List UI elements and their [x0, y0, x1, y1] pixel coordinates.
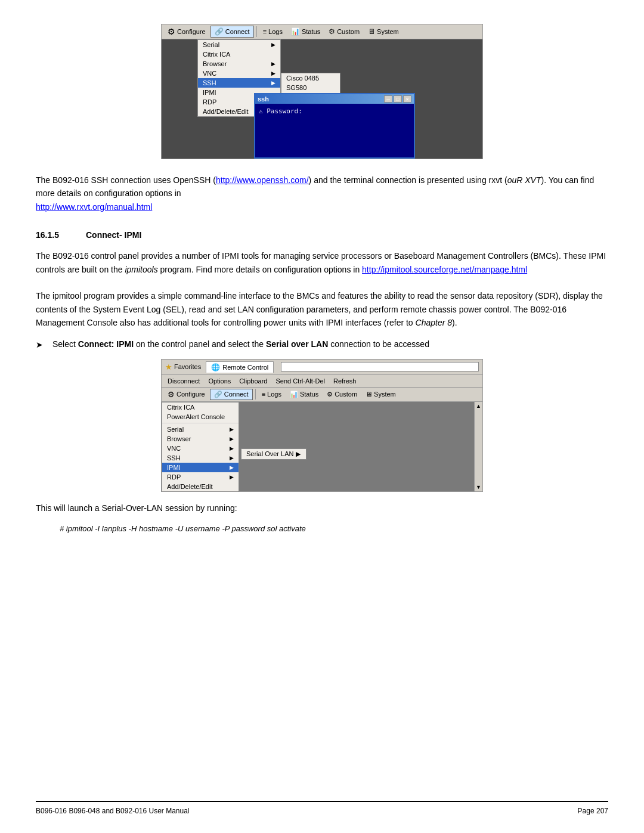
configure-icon: ⚙ — [168, 27, 175, 36]
screenshot-bottom-box: ★ Favorites 🌐 Remote Control Disconnect … — [161, 359, 483, 492]
screenshot-top: ⚙ Configure 🔗 Connect ≡ Logs 📊 Status — [36, 24, 608, 159]
options-button[interactable]: Options — [205, 376, 234, 386]
system-icon-2: 🖥 — [366, 391, 372, 398]
arrow-ipmi: ▶ — [230, 465, 234, 470]
menu-citrix-ica[interactable]: Citrix ICA — [198, 49, 280, 59]
footer: B096-016 B096-048 and B092-016 User Manu… — [36, 801, 608, 815]
favorites-label: Favorites — [174, 363, 201, 370]
submenu-sg580[interactable]: SG580 — [281, 83, 340, 92]
submenu-cisco[interactable]: Cisco 0485 — [281, 73, 340, 83]
ssh-titlebar: ssh ─ □ × — [255, 94, 414, 104]
ssh-password-prompt: ⚠ Password: — [259, 107, 302, 115]
status-icon-2: 📊 — [290, 391, 298, 398]
configure-icon-2: ⚙ — [168, 390, 175, 399]
arrow-serial: ▶ — [230, 426, 234, 432]
section-title: Connect- IPMI — [86, 230, 141, 240]
remote-control-tab[interactable]: 🌐 Remote Control — [206, 361, 274, 373]
status-button-2[interactable]: 📊 Status — [286, 389, 322, 400]
section-heading: 16.1.5 Connect- IPMI — [36, 230, 608, 240]
custom-icon-2: ⚙ — [327, 391, 333, 398]
rxvt-link[interactable]: http://www.rxvt.org/manual.html — [36, 202, 152, 212]
clipboard-button[interactable]: Clipboard — [236, 376, 271, 386]
menu2-rdp[interactable]: RDP ▶ — [162, 472, 239, 482]
menu2-citrix-ica[interactable]: Citrix ICA — [162, 402, 239, 412]
star-icon: ★ — [165, 363, 172, 371]
menu-vnc[interactable]: VNC ▶ — [198, 69, 280, 78]
section-number: 16.1.5 — [36, 230, 72, 240]
separator1 — [256, 26, 257, 37]
ssh-content-area: ⚠ Password: — [255, 104, 414, 157]
status-icon: 📊 — [291, 27, 300, 36]
menu2-serial[interactable]: Serial ▶ — [162, 425, 239, 434]
logs-icon-2: ≡ — [262, 391, 265, 398]
screenshot-bottom: ★ Favorites 🌐 Remote Control Disconnect … — [36, 359, 608, 492]
send-ctrl-alt-del-button[interactable]: Send Ctrl-Alt-Del — [272, 376, 329, 386]
menu2-ssh[interactable]: SSH ▶ — [162, 453, 239, 463]
restore-button[interactable]: □ — [394, 95, 402, 103]
screenshot-top-box: ⚙ Configure 🔗 Connect ≡ Logs 📊 Status — [161, 24, 483, 159]
arrow-rdp: ▶ — [230, 474, 234, 480]
system-button[interactable]: 🖥 System — [364, 26, 402, 37]
connect-icon: 🔗 — [215, 27, 224, 36]
remote-titlebar: ★ Favorites 🌐 Remote Control — [162, 360, 482, 375]
body-text-1: The B092-016 SSH connection uses OpenSSH… — [36, 174, 608, 213]
logs-icon: ≡ — [263, 28, 267, 35]
browser-icon: 🌐 — [211, 363, 220, 371]
scrollbar[interactable]: ▲ ▼ — [474, 402, 482, 491]
configure-button[interactable]: ⚙ Configure — [164, 26, 209, 38]
menu2-add-delete-edit[interactable]: Add/Delete/Edit — [162, 482, 239, 491]
openssh-link[interactable]: http://www.openssh.com/ — [216, 175, 309, 185]
footer-right: Page 207 — [578, 807, 608, 815]
submenu2-serial-over-lan[interactable]: Serial Over LAN ▶ — [242, 449, 306, 459]
custom-button[interactable]: ⚙ Custom — [325, 26, 363, 37]
toolbar2-nav: Disconnect Options Clipboard Send Ctrl-A… — [162, 375, 482, 388]
menu-serial[interactable]: Serial ▶ — [198, 40, 280, 49]
arrow-icon4: ▶ — [271, 80, 275, 86]
arrow-browser: ▶ — [230, 436, 234, 442]
disconnect-button[interactable]: Disconnect — [164, 376, 203, 386]
body-text-2: The B092-016 control panel provides a nu… — [36, 249, 608, 329]
remote-control-label: Remote Control — [222, 364, 268, 371]
menu2-poweralert[interactable]: PowerAlert Console — [162, 412, 239, 422]
bullet-item: ➤ Select Connect: IPMI on the control pa… — [36, 339, 608, 349]
arrow-ssh2: ▶ — [230, 455, 234, 461]
bullet-text: Select Connect: IPMI on the control pane… — [52, 339, 429, 349]
ipmi-link[interactable]: http://ipmitool.sourceforge.net/manpage.… — [362, 265, 527, 274]
status-button[interactable]: 📊 Status — [287, 26, 324, 37]
separator2 — [255, 389, 256, 400]
system-button-2[interactable]: 🖥 System — [362, 389, 400, 399]
toolbar2b: ⚙ Configure 🔗 Connect ≡ Logs 📊 Status — [162, 388, 482, 402]
configure-button-2[interactable]: ⚙ Configure — [164, 389, 209, 400]
menu2-ipmi[interactable]: IPMI ▶ — [162, 463, 239, 472]
arrow-icon3: ▶ — [271, 70, 275, 76]
footer-left: B096-016 B096-048 and B092-016 User Manu… — [36, 807, 190, 815]
custom-icon: ⚙ — [329, 27, 335, 36]
command-line: # ipmitool -I lanplus -H hostname -U use… — [60, 524, 608, 533]
custom-button-2[interactable]: ⚙ Custom — [323, 389, 361, 400]
menu-ssh[interactable]: SSH ▶ — [198, 78, 280, 88]
menu2-vnc[interactable]: VNC ▶ — [162, 444, 239, 453]
arrow-icon: ▶ — [271, 42, 275, 48]
minimize-button[interactable]: ─ — [384, 95, 392, 103]
address-bar[interactable] — [281, 362, 479, 371]
ssh-title: ssh — [258, 95, 269, 103]
arrow-vnc: ▶ — [230, 445, 234, 451]
favorites-button[interactable]: ★ Favorites — [165, 363, 201, 371]
body-text-3: This will launch a Serial-Over-LAN sessi… — [36, 501, 608, 515]
arrow-icon2: ▶ — [271, 61, 275, 67]
ssh-window-controls: ─ □ × — [384, 95, 411, 103]
menu2-browser[interactable]: Browser ▶ — [162, 434, 239, 444]
logs-button[interactable]: ≡ Logs — [259, 27, 286, 36]
close-button[interactable]: × — [403, 95, 411, 103]
toolbar-top: ⚙ Configure 🔗 Connect ≡ Logs 📊 Status — [162, 24, 482, 39]
system-icon: 🖥 — [368, 27, 375, 36]
connect-button-2[interactable]: 🔗 Connect — [210, 389, 253, 400]
submenu2-ipmi: Serial Over LAN ▶ — [241, 448, 306, 460]
connect-button[interactable]: 🔗 Connect — [210, 26, 254, 38]
logs-button-2[interactable]: ≡ Logs — [258, 389, 285, 399]
refresh-button[interactable]: Refresh — [330, 376, 360, 386]
bullet-arrow-icon: ➤ — [36, 340, 48, 349]
connect-icon-2: 🔗 — [214, 391, 222, 398]
menu-browser[interactable]: Browser ▶ — [198, 59, 280, 69]
